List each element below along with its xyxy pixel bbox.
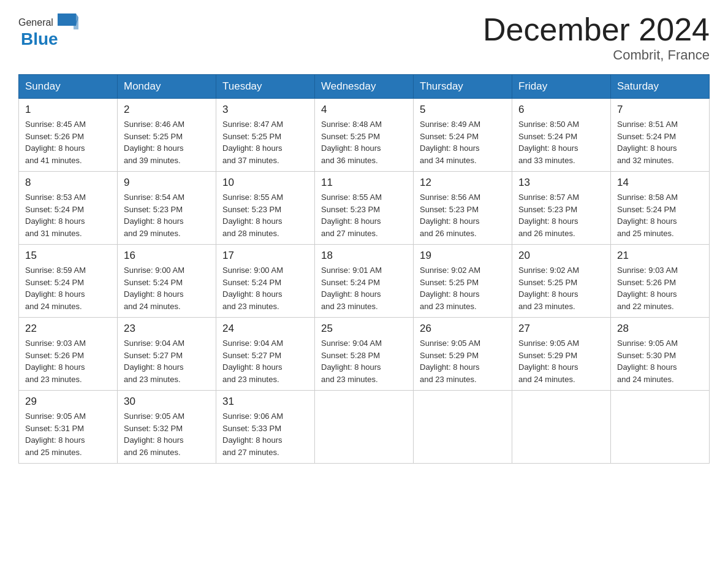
daylight-minutes-text: and 23 minutes. <box>222 302 279 311</box>
table-row <box>611 391 710 464</box>
table-row: 7 Sunrise: 8:51 AM Sunset: 5:24 PM Dayli… <box>611 99 710 172</box>
daylight-minutes-text: and 24 minutes. <box>518 375 575 384</box>
sunset-text: Sunset: 5:26 PM <box>25 351 84 360</box>
table-row: 29 Sunrise: 9:05 AM Sunset: 5:31 PM Dayl… <box>19 391 118 464</box>
day-number: 20 <box>518 250 604 262</box>
daylight-text: Daylight: 8 hours <box>321 144 381 153</box>
daylight-text: Daylight: 8 hours <box>420 144 480 153</box>
day-info: Sunrise: 9:03 AM Sunset: 5:26 PM Dayligh… <box>617 264 703 312</box>
sunset-text: Sunset: 5:23 PM <box>420 205 479 214</box>
sunset-text: Sunset: 5:23 PM <box>321 205 380 214</box>
day-info: Sunrise: 9:03 AM Sunset: 5:26 PM Dayligh… <box>25 337 111 385</box>
table-row: 21 Sunrise: 9:03 AM Sunset: 5:26 PM Dayl… <box>611 245 710 318</box>
day-number: 23 <box>124 323 210 335</box>
sunrise-text: Sunrise: 9:05 AM <box>25 412 86 421</box>
daylight-minutes-text: and 27 minutes. <box>222 448 279 457</box>
sunset-text: Sunset: 5:24 PM <box>25 205 84 214</box>
sunset-text: Sunset: 5:25 PM <box>321 132 380 141</box>
day-info: Sunrise: 9:01 AM Sunset: 5:24 PM Dayligh… <box>321 264 407 312</box>
header-monday: Monday <box>118 75 216 99</box>
day-info: Sunrise: 9:05 AM Sunset: 5:32 PM Dayligh… <box>124 410 210 458</box>
sunrise-text: Sunrise: 8:46 AM <box>124 120 184 129</box>
sunrise-text: Sunrise: 8:48 AM <box>321 120 382 129</box>
table-row <box>512 391 611 464</box>
day-number: 25 <box>321 323 407 335</box>
table-row: 26 Sunrise: 9:05 AM Sunset: 5:29 PM Dayl… <box>414 318 512 391</box>
table-row: 31 Sunrise: 9:06 AM Sunset: 5:33 PM Dayl… <box>216 391 315 464</box>
day-number: 9 <box>124 177 210 189</box>
table-row: 5 Sunrise: 8:49 AM Sunset: 5:24 PM Dayli… <box>414 99 512 172</box>
daylight-text: Daylight: 8 hours <box>124 289 184 299</box>
daylight-text: Daylight: 8 hours <box>222 289 282 299</box>
daylight-minutes-text: and 22 minutes. <box>617 302 674 311</box>
logo-flag-icon <box>55 12 78 33</box>
header-saturday: Saturday <box>611 75 710 99</box>
daylight-minutes-text: and 26 minutes. <box>518 229 575 238</box>
sunset-text: Sunset: 5:24 PM <box>518 132 577 141</box>
header-sunday: Sunday <box>19 75 118 99</box>
sunrise-text: Sunrise: 9:05 AM <box>420 339 480 348</box>
sunrise-text: Sunrise: 9:05 AM <box>617 339 678 348</box>
daylight-text: Daylight: 8 hours <box>518 362 578 372</box>
day-number: 5 <box>420 104 506 116</box>
daylight-minutes-text: and 23 minutes. <box>321 375 378 384</box>
day-number: 26 <box>420 323 506 335</box>
sunrise-text: Sunrise: 9:03 AM <box>25 339 86 348</box>
sunset-text: Sunset: 5:23 PM <box>222 205 281 214</box>
day-number: 13 <box>518 177 604 189</box>
logo-blue-text: Blue <box>21 29 58 49</box>
sunrise-text: Sunrise: 9:01 AM <box>321 266 382 275</box>
daylight-minutes-text: and 39 minutes. <box>124 156 181 165</box>
sunrise-text: Sunrise: 8:50 AM <box>518 120 579 129</box>
sunrise-text: Sunrise: 9:04 AM <box>222 339 283 348</box>
day-info: Sunrise: 9:00 AM Sunset: 5:24 PM Dayligh… <box>222 264 308 312</box>
daylight-text: Daylight: 8 hours <box>124 362 184 372</box>
table-row <box>414 391 512 464</box>
sunrise-text: Sunrise: 8:47 AM <box>222 120 283 129</box>
sunrise-text: Sunrise: 8:59 AM <box>25 266 86 275</box>
sunrise-text: Sunrise: 8:55 AM <box>222 193 283 202</box>
sunset-text: Sunset: 5:25 PM <box>222 132 281 141</box>
daylight-text: Daylight: 8 hours <box>222 216 282 226</box>
day-number: 19 <box>420 250 506 262</box>
sunset-text: Sunset: 5:24 PM <box>124 278 183 287</box>
daylight-text: Daylight: 8 hours <box>222 435 282 445</box>
day-number: 28 <box>617 323 703 335</box>
table-row: 20 Sunrise: 9:02 AM Sunset: 5:25 PM Dayl… <box>512 245 611 318</box>
sunset-text: Sunset: 5:25 PM <box>124 132 183 141</box>
daylight-minutes-text: and 26 minutes. <box>420 229 477 238</box>
week-row-4: 22 Sunrise: 9:03 AM Sunset: 5:26 PM Dayl… <box>19 318 710 391</box>
day-info: Sunrise: 9:04 AM Sunset: 5:27 PM Dayligh… <box>222 337 308 385</box>
sunrise-text: Sunrise: 9:05 AM <box>124 412 184 421</box>
day-number: 24 <box>222 323 308 335</box>
table-row: 2 Sunrise: 8:46 AM Sunset: 5:25 PM Dayli… <box>118 99 216 172</box>
daylight-text: Daylight: 8 hours <box>124 144 184 153</box>
day-number: 31 <box>222 396 308 408</box>
sunrise-text: Sunrise: 9:05 AM <box>518 339 579 348</box>
daylight-text: Daylight: 8 hours <box>321 289 381 299</box>
table-row: 12 Sunrise: 8:56 AM Sunset: 5:23 PM Dayl… <box>414 172 512 245</box>
header: General Blue December 2024 Combrit, Fran… <box>18 12 710 63</box>
day-number: 14 <box>617 177 703 189</box>
table-row: 25 Sunrise: 9:04 AM Sunset: 5:28 PM Dayl… <box>315 318 414 391</box>
daylight-text: Daylight: 8 hours <box>518 216 578 226</box>
sunset-text: Sunset: 5:24 PM <box>617 132 676 141</box>
day-info: Sunrise: 8:56 AM Sunset: 5:23 PM Dayligh… <box>420 191 506 239</box>
daylight-minutes-text: and 34 minutes. <box>420 156 477 165</box>
daylight-text: Daylight: 8 hours <box>518 144 578 153</box>
daylight-text: Daylight: 8 hours <box>420 216 480 226</box>
page-wrapper: General Blue December 2024 Combrit, Fran… <box>18 12 710 464</box>
daylight-text: Daylight: 8 hours <box>420 289 480 299</box>
day-number: 2 <box>124 104 210 116</box>
sunset-text: Sunset: 5:24 PM <box>420 132 479 141</box>
table-row: 28 Sunrise: 9:05 AM Sunset: 5:30 PM Dayl… <box>611 318 710 391</box>
table-row: 1 Sunrise: 8:45 AM Sunset: 5:26 PM Dayli… <box>19 99 118 172</box>
daylight-minutes-text: and 24 minutes. <box>617 375 674 384</box>
sunrise-text: Sunrise: 9:04 AM <box>124 339 184 348</box>
sunset-text: Sunset: 5:25 PM <box>420 278 479 287</box>
header-thursday: Thursday <box>414 75 512 99</box>
sunset-text: Sunset: 5:30 PM <box>617 351 676 360</box>
day-info: Sunrise: 9:05 AM Sunset: 5:29 PM Dayligh… <box>518 337 604 385</box>
day-number: 30 <box>124 396 210 408</box>
sunrise-text: Sunrise: 8:55 AM <box>321 193 382 202</box>
